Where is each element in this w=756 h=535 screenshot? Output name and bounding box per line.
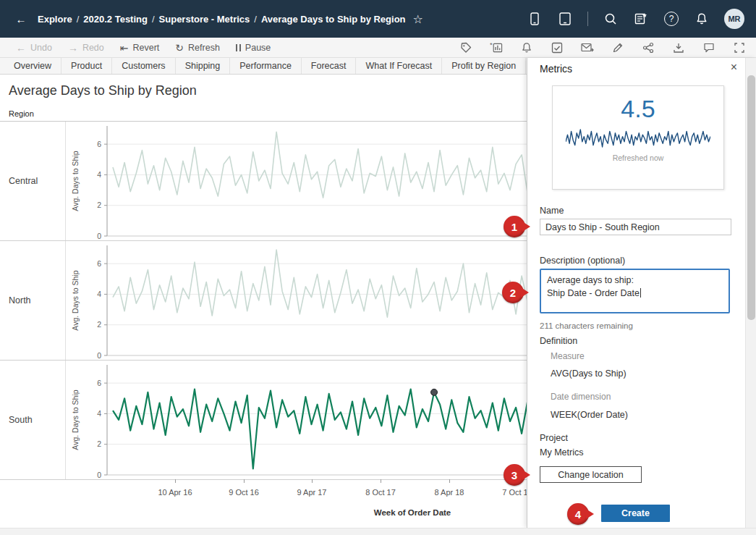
svg-text:2: 2 [97, 439, 101, 448]
y-axis-title: Avg. Days to Ship [71, 389, 80, 450]
data-details-icon[interactable] [633, 11, 649, 27]
back-arrow-icon: ← [16, 13, 27, 25]
fullscreen-icon[interactable] [733, 41, 746, 54]
favorite-star-icon[interactable]: ☆ [413, 12, 423, 26]
x-tick-mark [312, 479, 313, 483]
characters-remaining: 211 characters remaining [540, 321, 633, 330]
top-header-bar: ← Explore/2020.2 Testing/Superstore - Me… [0, 0, 756, 38]
name-field-label: Name [540, 206, 564, 216]
subscribe-mail-icon[interactable] [581, 41, 594, 54]
tab-performance[interactable]: Performance [230, 58, 302, 74]
change-location-button[interactable]: Change location [540, 466, 642, 483]
vertical-scrollbar-thumb[interactable] [747, 75, 755, 320]
pause-button[interactable]: Pause [236, 43, 271, 53]
tab-product[interactable]: Product [61, 58, 112, 74]
help-icon[interactable]: ? [663, 11, 679, 27]
text-cursor [640, 288, 641, 298]
redo-button[interactable]: →Redo [68, 43, 104, 53]
create-button[interactable]: Create [601, 505, 670, 522]
x-tick-mark [449, 479, 450, 483]
edit-pencil-icon[interactable] [611, 41, 624, 54]
svg-text:6: 6 [97, 259, 101, 268]
horizontal-scrollbar[interactable] [0, 528, 756, 535]
tab-forecast[interactable]: Forecast [302, 58, 357, 74]
svg-text:4: 4 [97, 290, 101, 298]
x-tick-label: 9 Apr 17 [297, 488, 327, 497]
definition-section-label: Definition [540, 336, 577, 346]
download-icon[interactable] [672, 41, 685, 54]
svg-text:6: 6 [97, 140, 101, 148]
back-button[interactable]: ← [12, 9, 30, 28]
undo-icon: ← [16, 43, 26, 53]
revert-icon: ⇤ [120, 43, 129, 53]
metric-description-textarea[interactable]: Average days to ship: Ship Date - Order … [540, 269, 730, 313]
tag-icon[interactable] [459, 41, 472, 54]
svg-text:4: 4 [97, 170, 101, 179]
svg-text:6: 6 [97, 379, 101, 387]
revert-button[interactable]: ⇤Revert [120, 43, 160, 53]
svg-text:*: * [490, 42, 493, 49]
header-divider [587, 12, 588, 26]
x-tick-label: 9 Oct 16 [229, 488, 259, 497]
header-actions: ? MR [527, 9, 756, 29]
vertical-scrollbar[interactable] [745, 58, 756, 528]
toolbar-actions: * [459, 41, 756, 54]
row-label-north[interactable]: North [9, 295, 31, 306]
x-axis-title: Week of Order Date [374, 508, 451, 517]
metrics-panel-title: Metrics [540, 63, 572, 75]
alerts-bell-icon[interactable] [520, 41, 533, 54]
row-label-south[interactable]: South [9, 415, 33, 425]
region-field-label: Region [9, 109, 34, 118]
tab-profit-by-region[interactable]: Profit by Region [442, 58, 526, 74]
close-icon[interactable]: × [731, 61, 737, 74]
metric-preview-value: 4.5 [553, 95, 723, 123]
breadcrumb: Explore/2020.2 Testing/Superstore - Metr… [38, 14, 406, 25]
tablet-preview-icon[interactable] [557, 11, 573, 27]
annotation-callout-4: 4 [567, 503, 589, 525]
breadcrumb-workbook[interactable]: Superstore - Metrics [159, 14, 250, 25]
metric-refreshed-caption: Refreshed now [553, 153, 723, 162]
metrics-panel: Metrics × 4.5 Refreshed now Name Descrip… [527, 58, 756, 528]
comments-icon[interactable] [702, 41, 715, 54]
svg-text:0: 0 [97, 471, 101, 479]
date-dimension-value: WEEK(Order Date) [551, 410, 628, 420]
tab-overview[interactable]: Overview [4, 58, 61, 74]
metric-sparkline [566, 126, 710, 151]
svg-text:0: 0 [97, 232, 101, 240]
metrics-icon[interactable]: * [490, 41, 503, 54]
svg-text:2: 2 [97, 201, 101, 209]
search-icon[interactable] [603, 11, 619, 27]
description-field-label: Description (optional) [540, 256, 625, 266]
row-label-central[interactable]: Central [9, 176, 38, 186]
refresh-button[interactable]: ↻Refresh [175, 43, 220, 53]
annotation-callout-3: 3 [504, 464, 525, 486]
metric-preview-card: 4.5 Refreshed now [552, 85, 724, 190]
refresh-icon: ↻ [175, 43, 184, 53]
annotation-callout-2: 2 [502, 282, 524, 303]
checkbox-icon[interactable] [551, 41, 564, 54]
x-tick-label: 8 Oct 17 [365, 488, 396, 497]
x-tick-mark [381, 479, 381, 483]
breadcrumb-separator: / [77, 14, 80, 25]
tab-what-if-forecast[interactable]: What If Forecast [356, 58, 442, 74]
x-tick-label: 8 Apr 18 [435, 488, 464, 497]
user-avatar[interactable]: MR [724, 9, 744, 29]
undo-button[interactable]: ←Undo [16, 43, 52, 53]
tab-shipping[interactable]: Shipping [176, 58, 231, 74]
annotation-callout-1: 1 [504, 216, 525, 237]
breadcrumb-project[interactable]: 2020.2 Testing [83, 14, 148, 25]
share-icon[interactable] [642, 41, 655, 54]
svg-text:0: 0 [97, 351, 101, 360]
tab-customers[interactable]: Customers [112, 58, 175, 74]
breadcrumb-explore[interactable]: Explore [38, 14, 72, 25]
notifications-bell-icon[interactable] [694, 11, 710, 27]
measure-value: AVG(Days to Ship) [551, 368, 627, 379]
project-section-label: Project [540, 433, 568, 443]
x-tick-mark [175, 479, 176, 483]
tableau-window: ← Explore/2020.2 Testing/Superstore - Me… [0, 0, 756, 535]
metric-name-input[interactable] [540, 219, 731, 235]
breadcrumb-separator: / [254, 14, 257, 25]
date-dimension-label: Date dimension [551, 392, 611, 402]
mobile-preview-icon[interactable] [527, 11, 543, 27]
breadcrumb-view[interactable]: Average Days to Ship by Region [261, 14, 406, 25]
